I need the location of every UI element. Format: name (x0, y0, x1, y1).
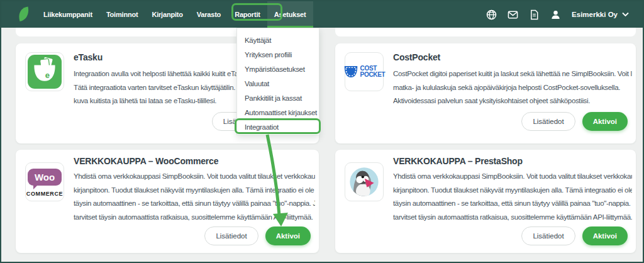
nav-item-raportit[interactable]: Raportit (228, 1, 267, 28)
chevron-down-icon (622, 12, 629, 17)
menu-item-pankkitilit-ja-kassat[interactable]: Pankkitilit ja kassat (237, 91, 319, 106)
card-title: eTasku (74, 52, 103, 62)
card-actions: Lisätiedot Aktivoi (521, 112, 628, 131)
card-title: VERKKOKAUPPA – PrestaShop (393, 156, 523, 166)
card-title: VERKKOKAUPPA – WooCommerce (74, 156, 218, 166)
integration-card-prestashop: VERKKOKAUPPA – PrestaShop Yhdistä oma ve… (335, 150, 636, 253)
description-line: Yhdistä oma verkkokauppasi SimpBooksiin.… (74, 170, 315, 184)
nav-item-liikekumppanit[interactable]: Liikekumppanit (36, 1, 99, 28)
document-icon[interactable] (529, 9, 540, 20)
menu-item-automaattiset-kirjaukset[interactable]: Automaattiset kirjaukset (237, 106, 319, 120)
nav-item-asetukset[interactable]: Asetukset (267, 1, 313, 28)
costpocket-pocket-icon (343, 64, 358, 79)
asetukset-dropdown-menu: Käyttäjät Yrityksen profiili Ympäristöas… (236, 28, 319, 135)
nav-item-kirjanpito[interactable]: Kirjanpito (145, 1, 189, 28)
integration-card-costpocket: COST POCKET CostPocket CostPocket digito… (335, 43, 636, 143)
card-description: Yhdistä oma verkkokauppasi SimpBooksiin.… (393, 170, 632, 224)
description-line: Yhdistä oma verkkokauppasi SimpBooksiin.… (393, 170, 632, 184)
description-line: tarvitset täysin automaattista ratkaisua… (74, 211, 315, 225)
card-actions: Lisätiedot Aktivoi (521, 227, 628, 245)
simplbooks-leaf-icon (18, 6, 30, 23)
costpocket-logo-text: COST POCKET (360, 65, 386, 78)
lisatiedot-button[interactable]: Lisätiedot (521, 227, 575, 245)
woocommerce-logo: Woo COMMERCE (25, 162, 64, 201)
etasku-logo-icon: e (28, 55, 62, 89)
menu-item-kayttajat[interactable]: Käyttäjät (237, 33, 319, 48)
aktivoi-button[interactable]: Aktivoi (265, 227, 311, 245)
integration-card-woocommerce: Woo COMMERCE VERKKOKAUPPA – WooCommerce … (16, 150, 319, 253)
top-navbar: Liikekumppanit Toiminnot Kirjanpito Vara… (1, 1, 643, 28)
description-line: täysin automaattinen - se tarkoittaa, et… (393, 197, 632, 211)
menu-item-integraatiot[interactable]: Integraatiot (237, 120, 319, 135)
cutoff-card-strip-right (335, 28, 636, 36)
menu-item-valuutat[interactable]: Valuutat (237, 77, 319, 91)
lisatiedot-button[interactable]: Lisätiedot (204, 227, 258, 245)
aktivoi-button[interactable]: Aktivoi (582, 227, 628, 245)
company-selector[interactable]: Esimerkki Oy (572, 11, 629, 18)
main-menu: Liikekumppanit Toiminnot Kirjanpito Vara… (36, 1, 313, 28)
card-title: CostPocket (393, 52, 440, 62)
menu-item-yrityksen-profiili[interactable]: Yrityksen profiili (237, 48, 319, 62)
app-window: Liikekumppanit Toiminnot Kirjanpito Vara… (0, 0, 644, 263)
description-line: Aktivoidessasi palvelun saat yksityiskoh… (393, 94, 632, 108)
costpocket-logo: COST POCKET (345, 52, 384, 91)
card-description: CostPocket digitoi paperiset kuitit ja l… (393, 67, 632, 108)
description-line: CostPocket digitoi paperiset kuitit ja l… (393, 67, 632, 81)
description-line: täysin automaattinen - se tarkoittaa, et… (74, 197, 315, 211)
description-line: tarvitset täysin automaattista ratkaisua… (393, 211, 632, 225)
nav-item-toiminnot[interactable]: Toiminnot (99, 1, 145, 28)
etasku-logo: e (25, 52, 64, 91)
lisatiedot-button[interactable]: Lisätiedot (521, 112, 575, 131)
nav-item-varasto[interactable]: Varasto (190, 1, 228, 28)
mail-icon[interactable] (508, 9, 518, 20)
woo-commerce-text: COMMERCE (26, 191, 63, 197)
navbar-utilities: Esimerkki Oy (486, 1, 629, 28)
card-description: Yhdistä oma verkkokauppasi SimpBooksiin.… (74, 170, 315, 224)
card-actions: Lisätiedot Aktivoi (204, 227, 311, 245)
svg-text:e: e (45, 70, 50, 80)
description-line: matka- ja kululaskuja sekä ajopäiväkirjo… (393, 81, 632, 95)
description-line: kirjanpitoon. Tuodut tilaukset näkyvät m… (393, 184, 632, 198)
company-name: Esimerkki Oy (572, 11, 618, 18)
description-line: kirjanpitoon. Tuodut tilaukset näkyvät m… (74, 184, 315, 198)
prestashop-logo (345, 162, 384, 201)
prestashop-bird-icon (347, 165, 381, 199)
woo-bubble-icon: Woo (28, 169, 62, 186)
menu-item-ymparistoasetukset[interactable]: Ympäristöasetukset (237, 62, 319, 77)
user-icon[interactable] (550, 9, 561, 20)
globe-icon[interactable] (486, 9, 497, 20)
aktivoi-button[interactable]: Aktivoi (582, 112, 628, 131)
